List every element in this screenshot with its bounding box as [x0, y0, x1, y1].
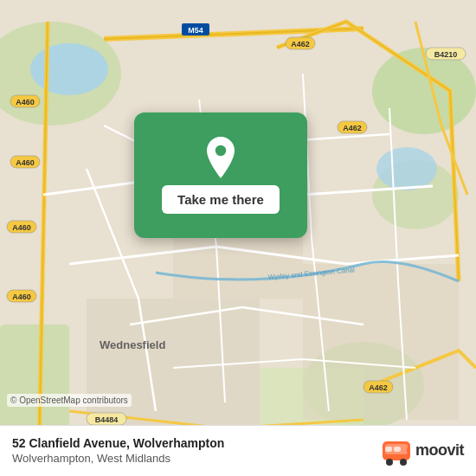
svg-text:A460: A460: [16, 98, 35, 106]
svg-text:Wednesfield: Wednesfield: [100, 338, 165, 351]
bottom-info-bar: 52 Clanfield Avenue, Wolverhampton Wolve…: [0, 425, 476, 476]
svg-text:A462: A462: [369, 383, 388, 392]
svg-text:M54: M54: [188, 26, 203, 35]
svg-point-7: [30, 43, 108, 95]
map-attribution: © OpenStreetMap contributors: [7, 394, 132, 407]
address-line2: Wolverhampton, West Midlands: [12, 452, 224, 465]
svg-rect-11: [303, 264, 459, 420]
location-pin-icon: [200, 137, 241, 178]
svg-text:A462: A462: [343, 124, 362, 132]
moovit-brand-icon: [381, 434, 412, 466]
take-me-there-button[interactable]: Take me there: [162, 185, 280, 214]
svg-point-38: [400, 459, 407, 466]
svg-text:A460: A460: [12, 293, 31, 301]
address-line1: 52 Clanfield Avenue, Wolverhampton: [12, 436, 224, 450]
svg-point-37: [386, 459, 393, 466]
svg-rect-4: [0, 325, 69, 428]
map-container: M54 A460 A460 A460 A460 A462 A462 A462 B…: [0, 0, 476, 476]
address-block: 52 Clanfield Avenue, Wolverhampton Wolve…: [12, 436, 224, 465]
svg-text:A462: A462: [291, 40, 310, 48]
svg-point-8: [376, 147, 437, 190]
moovit-logo: moovit: [381, 434, 464, 466]
svg-rect-39: [385, 447, 392, 452]
svg-point-34: [215, 145, 226, 156]
svg-text:A460: A460: [12, 223, 31, 232]
svg-text:A460: A460: [16, 158, 35, 167]
svg-text:B4484: B4484: [95, 415, 119, 424]
svg-rect-40: [394, 447, 401, 452]
svg-text:B4210: B4210: [434, 50, 458, 59]
action-card[interactable]: Take me there: [134, 113, 307, 238]
moovit-brand-name: moovit: [415, 441, 464, 460]
